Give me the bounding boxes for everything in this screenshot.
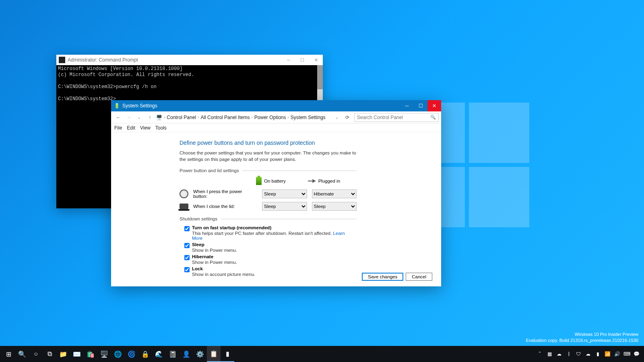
control-panel-icon: 🖥️	[156, 115, 162, 120]
nav-recent-button[interactable]: ⌄	[134, 113, 144, 122]
plug-icon	[308, 179, 316, 183]
menu-edit[interactable]: Edit	[127, 125, 135, 131]
tray-wifi-icon[interactable]: 📶	[603, 346, 612, 362]
breadcrumb[interactable]: 🖥️ › Control Panel › All Control Panel I…	[155, 115, 332, 120]
taskbar[interactable]: ⊞ 🔍 ○ ⧉ 📁 ✉️ 🛍️ 🖥️ 🌐 🌀 🔒 🌊 📓 👤 ⚙️ 📋 ▮ ˄ …	[0, 346, 644, 362]
system-settings-window: 🔋 System Settings ─ ☐ ✕ ← → ⌄ ↑ 🖥️ › Con…	[111, 100, 441, 286]
battery-icon	[256, 177, 262, 185]
group-power-button: Power button and lid settings	[180, 168, 239, 173]
system-tray[interactable]: ˄ ▦ ☁ ᛒ 🛡 ☁ ▮ 📶 🔊 ⌨ 💬	[535, 346, 642, 362]
select-power-button-battery[interactable]: Sleep	[262, 189, 307, 198]
taskbar-store[interactable]: 🛍️	[84, 346, 97, 362]
refresh-button[interactable]: ⟳	[343, 113, 352, 122]
checkbox-hibernate-input[interactable]	[184, 255, 190, 260]
taskbar-edge-dev[interactable]: 🌀	[125, 346, 138, 362]
cmd-title-text: Administrator: Command Prompt	[68, 57, 282, 63]
watermark: Windows 10 Pro Insider Preview Evaluatio…	[526, 331, 638, 343]
tray-battery-icon[interactable]: ▮	[593, 346, 602, 362]
tray-ime-icon[interactable]: ⌨	[622, 346, 631, 362]
tray-bluetooth-icon[interactable]: ᛒ	[564, 346, 573, 362]
crumb-all-items[interactable]: All Control Panel Items	[200, 115, 250, 120]
cmd-output[interactable]: Microsoft Windows [Version 10.0.21318.10…	[56, 65, 323, 103]
power-button-icon	[180, 189, 188, 198]
col-plugged-in: Plugged in	[318, 179, 340, 183]
col-on-battery: On battery	[264, 179, 286, 183]
taskbar-explorer[interactable]: 📁	[56, 346, 70, 362]
start-button[interactable]: ⊞	[2, 346, 15, 362]
cmd-close-button[interactable]: ✕	[309, 55, 323, 65]
menu-bar: File Edit View Tools	[111, 123, 441, 132]
addr-dropdown-button[interactable]: ⌄	[332, 113, 341, 122]
nav-up-button[interactable]: ↑	[145, 113, 155, 122]
checkbox-fast-startup-input[interactable]	[184, 226, 190, 231]
label-close-lid: When I close the lid:	[193, 204, 257, 209]
laptop-lid-icon	[180, 204, 188, 209]
tray-action-center-icon[interactable]: 💬	[632, 346, 641, 362]
search-icon[interactable]: 🔍	[430, 115, 436, 120]
tray-weather-icon[interactable]: ☁	[584, 346, 592, 362]
menu-file[interactable]: File	[114, 125, 122, 131]
search-box[interactable]: 🔍	[354, 113, 439, 122]
taskbar-settings[interactable]: ⚙️	[193, 346, 207, 362]
cmd-icon	[59, 57, 65, 63]
settings-close-button[interactable]: ✕	[427, 100, 441, 111]
taskbar-onenote[interactable]: 📓	[166, 346, 180, 362]
settings-title-text: System Settings	[122, 103, 400, 109]
taskbar-mail[interactable]: ✉️	[70, 346, 84, 362]
taskbar-security[interactable]: 🔒	[138, 346, 152, 362]
search-input[interactable]	[357, 115, 430, 120]
checkbox-lock[interactable]: LockShow in account picture menu.	[184, 266, 357, 277]
select-lid-battery[interactable]: Sleep	[262, 202, 307, 211]
tray-defender-icon[interactable]: 🛡	[574, 346, 583, 362]
cancel-button[interactable]: Cancel	[406, 273, 432, 281]
checkbox-fast-startup[interactable]: Turn on fast startup (recommended) This …	[184, 225, 357, 241]
task-view-button[interactable]: ⧉	[43, 346, 56, 362]
save-button[interactable]: Save changes	[362, 273, 403, 281]
battery-icon: 🔋	[114, 103, 120, 109]
taskbar-edge[interactable]: 🌊	[152, 346, 166, 362]
group-shutdown: Shutdown settings	[180, 216, 217, 221]
cortana-button[interactable]: ○	[29, 346, 43, 362]
cmd-maximize-button[interactable]: ☐	[295, 55, 309, 65]
crumb-system-settings[interactable]: System Settings	[291, 115, 326, 120]
cmd-titlebar[interactable]: Administrator: Command Prompt ─ ☐ ✕	[56, 55, 323, 65]
nav-forward-button[interactable]: →	[124, 113, 134, 122]
taskbar-feedback[interactable]: 👤	[180, 346, 193, 362]
search-button[interactable]: 🔍	[15, 346, 29, 362]
address-bar: ← → ⌄ ↑ 🖥️ › Control Panel › All Control…	[111, 111, 441, 123]
select-lid-plugged[interactable]: Sleep	[312, 202, 357, 211]
tray-app-icon[interactable]: ▦	[545, 346, 554, 362]
checkbox-lock-input[interactable]	[184, 267, 190, 272]
settings-titlebar[interactable]: 🔋 System Settings ─ ☐ ✕	[111, 100, 441, 111]
settings-minimize-button[interactable]: ─	[400, 100, 414, 111]
menu-view[interactable]: View	[140, 125, 151, 131]
taskbar-chrome[interactable]: 🌐	[111, 346, 125, 362]
label-power-button: When I press the power button:	[193, 189, 257, 199]
nav-back-button[interactable]: ←	[114, 113, 123, 122]
select-power-button-plugged[interactable]: Hibernate	[312, 189, 357, 198]
tray-overflow-icon[interactable]: ˄	[535, 346, 544, 362]
checkbox-hibernate[interactable]: HibernateShow in Power menu.	[184, 254, 357, 265]
page-description: Choose the power settings that you want …	[180, 150, 357, 162]
page-title: Define power buttons and turn on passwor…	[180, 140, 357, 146]
taskbar-cmd-running[interactable]: ▮	[221, 346, 234, 362]
taskbar-monitor[interactable]: 🖥️	[97, 346, 111, 362]
tray-volume-icon[interactable]: 🔊	[613, 346, 621, 362]
menu-tools[interactable]: Tools	[155, 125, 167, 131]
tray-onedrive-icon[interactable]: ☁	[555, 346, 564, 362]
cmd-minimize-button[interactable]: ─	[282, 55, 295, 65]
taskbar-control-panel-running[interactable]: 📋	[207, 346, 221, 362]
checkbox-sleep[interactable]: SleepShow in Power menu.	[184, 242, 357, 253]
crumb-control-panel[interactable]: Control Panel	[167, 115, 196, 120]
settings-maximize-button[interactable]: ☐	[414, 100, 427, 111]
checkbox-sleep-input[interactable]	[184, 243, 190, 248]
crumb-power-options[interactable]: Power Options	[254, 115, 286, 120]
